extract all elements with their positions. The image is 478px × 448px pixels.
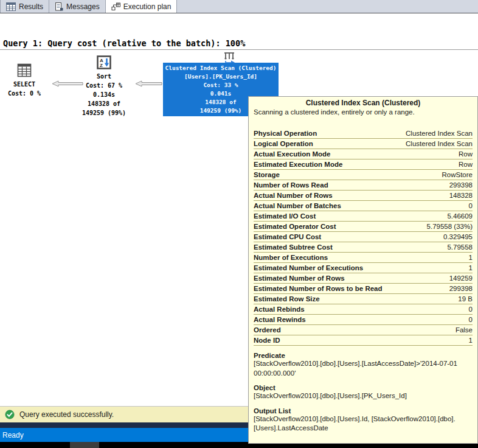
sort-operator[interactable]: A Z SortCost: 67 %0.134s148328 of149259 … [78, 55, 130, 117]
tooltip-row: Logical Operation Clustered Index Scan [254, 139, 473, 149]
tooltip-row: Estimated I/O Cost 5.46609 [254, 211, 473, 222]
svg-text:Z: Z [100, 63, 103, 68]
tooltip-row-label: Actual Rewinds [254, 315, 306, 324]
tooltip-section: Predicate [StackOverflow2010].[dbo].[Use… [254, 352, 473, 378]
tooltip-section-value: [StackOverflow2010].[dbo].[Users].[PK_Us… [254, 391, 473, 401]
taskbar-segment [70, 442, 99, 448]
tooltip-row-value: Row [459, 160, 473, 169]
tooltip-section: Object [StackOverflow2010].[dbo].[Users]… [254, 384, 473, 401]
success-message: Query executed successfully. [19, 410, 114, 419]
select-result-icon [17, 63, 32, 77]
tooltip-row-value: 148328 [449, 191, 473, 200]
tab-execution-plan[interactable]: Execution plan [106, 0, 178, 13]
results-grid-icon [6, 2, 16, 11]
tooltip-row: Number of Executions 1 [254, 253, 473, 263]
tooltip-row-value: 1 [469, 253, 473, 262]
tooltip-row-label: Estimated Number of Rows [254, 274, 345, 283]
tooltip-rows: Physical Operation Clustered Index Scan … [254, 128, 473, 346]
tooltip-row: Estimated CPU Cost 0.329495 [254, 232, 473, 242]
tooltip-row: Ordered False [254, 325, 473, 335]
tooltip-row-label: Actual Number of Batches [254, 201, 341, 211]
tooltip-row: Actual Rewinds 0 [254, 315, 473, 325]
tooltip-row-label: Actual Number of Rows [254, 191, 333, 200]
plan-node-line: Sort [82, 72, 126, 81]
tooltip-row-label: Actual Rebinds [254, 305, 305, 314]
messages-doc-icon [55, 2, 63, 11]
tooltip-row: Estimated Row Size 19 B [254, 294, 473, 304]
ready-label: Ready [2, 431, 24, 439]
tooltip-row: Actual Number of Rows 148328 [254, 191, 473, 201]
query-header: Query 1: Query cost (relative to the bat… [0, 13, 478, 50]
tooltip-row-label: Estimated CPU Cost [254, 233, 321, 242]
tooltip-row: Actual Execution Mode Row [254, 149, 473, 159]
tooltip-row-label: Estimated Execution Mode [254, 160, 342, 169]
document-tabs: Results Messages Execution plan [0, 0, 478, 13]
plan-node-line: 149259 (99%) [82, 108, 126, 117]
tab-messages-label: Messages [66, 2, 100, 11]
tooltip-row: Actual Number of Batches 0 [254, 201, 473, 211]
tooltip-row-value: 19 B [458, 295, 473, 304]
tooltip-row-label: Estimated Number of Rows to be Read [254, 284, 383, 293]
tooltip-row: Estimated Number of Rows to be Read 2993… [254, 284, 473, 294]
plan-node-line: Cost: 67 % [82, 81, 126, 90]
tooltip-row-value: 1 [469, 336, 473, 345]
tooltip-row: Actual Rebinds 0 [254, 304, 473, 315]
tooltip-title: Clustered Index Scan (Clustered) [254, 99, 473, 107]
tooltip-section-label: Predicate [254, 352, 473, 359]
tooltip-row: Physical Operation Clustered Index Scan [254, 128, 473, 139]
tab-messages[interactable]: Messages [49, 0, 106, 13]
tooltip-row-label: Estimated Number of Executions [254, 264, 363, 273]
tooltip-row-label: Number of Executions [254, 253, 328, 262]
tooltip-row-value: 5.79558 (33%) [427, 222, 473, 231]
ssms-results-pane: Results Messages Execution plan [0, 0, 478, 448]
tooltip-sections: Predicate [StackOverflow2010].[dbo].[Use… [254, 352, 473, 433]
row-flow-arrow-scan-to-sort[interactable] [135, 80, 162, 87]
tooltip-row-label: Estimated Operator Cost [254, 222, 336, 231]
tooltip-row: Estimated Execution Mode Row [254, 159, 473, 170]
tooltip-row-value: False [455, 326, 473, 335]
tooltip-row-value: Row [459, 150, 473, 159]
tooltip-row-value: 5.46609 [447, 212, 473, 221]
tooltip-row: Estimated Number of Rows 149259 [254, 273, 473, 284]
tooltip-row: Node ID 1 [254, 335, 473, 346]
tooltip-row-value: Clustered Index Scan [406, 139, 473, 149]
tooltip-row-value: 5.79558 [447, 243, 473, 252]
tooltip-row-label: Actual Execution Mode [254, 150, 331, 159]
tooltip-row-label: Estimated Subtree Cost [254, 243, 333, 252]
tooltip-row: Estimated Subtree Cost 5.79558 [254, 242, 473, 253]
plan-node-line: 0.134s [82, 90, 126, 99]
tooltip-row-value: 149259 [449, 274, 473, 283]
plan-node-line: [Users].[PK_Users_Id] [163, 72, 279, 81]
tab-results[interactable]: Results [0, 0, 49, 13]
select-operator[interactable]: SELECTCost: 0 % [2, 63, 46, 98]
tooltip-row-value: 299398 [449, 181, 473, 190]
clustered-index-scan-icon [222, 51, 237, 64]
tooltip-section-value: [StackOverflow2010].[dbo].[Users].Id, [S… [254, 415, 473, 433]
tooltip-row: Storage RowStore [254, 170, 473, 180]
tooltip-section-value: [StackOverflow2010].[dbo].[Users].[LastA… [254, 359, 473, 378]
tooltip-row-value: 1 [469, 264, 473, 273]
select-operator-label: SELECTCost: 0 % [8, 80, 41, 98]
tooltip-row-value: Clustered Index Scan [406, 129, 473, 138]
tooltip-row-label: Storage [254, 170, 280, 180]
plan-node-line: Cost: 0 % [8, 89, 41, 98]
tooltip-row-label: Logical Operation [254, 139, 313, 149]
tooltip-section-label: Output List [254, 407, 473, 415]
execution-plan-icon [111, 2, 120, 11]
tooltip-row-label: Estimated I/O Cost [254, 212, 316, 221]
tooltip-row: Estimated Operator Cost 5.79558 (33%) [254, 222, 473, 232]
tooltip-row-label: Number of Rows Read [254, 181, 328, 190]
tooltip-description: Scanning a clustered index, entirely or … [254, 108, 473, 116]
tooltip-row-value: 0.329495 [443, 233, 473, 242]
tab-results-label: Results [19, 2, 43, 11]
sort-az-icon: A Z [97, 55, 111, 69]
tooltip-row-value: 0 [469, 315, 473, 324]
tab-execution-plan-label: Execution plan [123, 2, 171, 11]
tooltip-row: Number of Rows Read 299398 [254, 180, 473, 191]
operator-tooltip: Clustered Index Scan (Clustered) Scannin… [248, 96, 478, 444]
plan-node-line: Cost: 33 % [163, 81, 279, 89]
tooltip-row-label: Ordered [254, 326, 281, 335]
sort-operator-label: SortCost: 67 %0.134s148328 of149259 (99%… [82, 72, 126, 117]
success-check-icon [5, 410, 15, 419]
tooltip-row-value: RowStore [442, 170, 473, 180]
